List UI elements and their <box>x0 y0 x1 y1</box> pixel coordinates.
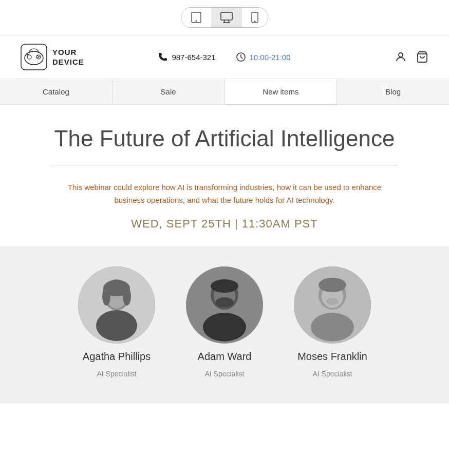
speaker-name-moses: Moses Franklin <box>297 351 367 363</box>
speaker-avatar-moses <box>294 266 371 344</box>
svg-point-33 <box>215 297 234 308</box>
hours-contact: 10:00-21:00 <box>236 52 291 62</box>
speakers-section: Agatha Phillips AI Specialist Adam Ward … <box>0 246 449 404</box>
speaker-role-adam: AI Specialist <box>204 370 244 378</box>
svg-point-7 <box>254 21 255 22</box>
business-hours: 10:00-21:00 <box>250 53 291 62</box>
svg-point-27 <box>123 287 131 306</box>
speaker-name-agatha: Agatha Phillips <box>83 351 151 363</box>
device-bar <box>0 0 449 35</box>
speaker-role-agatha: AI Specialist <box>97 370 136 378</box>
svg-point-14 <box>37 55 38 56</box>
svg-point-40 <box>326 298 339 305</box>
account-button[interactable] <box>395 51 407 63</box>
svg-point-10 <box>27 55 31 59</box>
svg-point-26 <box>102 287 110 306</box>
svg-point-42 <box>311 313 354 341</box>
svg-point-16 <box>38 57 39 58</box>
tablet-view-button[interactable] <box>181 8 211 27</box>
phone-contact: 987-654-321 <box>158 52 215 62</box>
logo-text: YOUR DEVICE <box>52 47 84 67</box>
speaker-avatar-agatha <box>78 266 155 344</box>
header-center: 987-654-321 10:00-21:00 <box>123 52 327 62</box>
nav-sale[interactable]: Sale <box>113 79 225 104</box>
svg-rect-2 <box>221 12 232 20</box>
cart-button[interactable] <box>416 51 428 63</box>
svg-point-28 <box>96 310 137 341</box>
phone-icon <box>158 52 167 62</box>
main-nav: Catalog Sale New items Blog <box>0 79 449 105</box>
user-icon <box>395 51 407 63</box>
nav-new-items[interactable]: New items <box>225 79 338 104</box>
svg-point-35 <box>203 313 246 341</box>
cart-icon <box>416 51 428 63</box>
svg-point-1 <box>196 21 197 22</box>
header-actions <box>327 51 429 63</box>
logo-icon <box>21 44 47 70</box>
nav-blog[interactable]: Blog <box>337 79 449 104</box>
speaker-agatha: Agatha Phillips AI Specialist <box>78 266 155 378</box>
nav-catalog[interactable]: Catalog <box>0 79 113 104</box>
main-content: The Future of Artificial Intelligence Th… <box>0 105 449 231</box>
speaker-moses: Moses Franklin AI Specialist <box>294 266 371 378</box>
phone-number: 987-654-321 <box>172 53 215 62</box>
page-title: The Future of Artificial Intelligence <box>31 125 418 153</box>
speaker-role-moses: AI Specialist <box>312 370 352 378</box>
clock-icon <box>236 52 246 62</box>
mobile-view-button[interactable] <box>242 8 268 27</box>
device-selector <box>181 7 268 28</box>
svg-point-34 <box>211 279 238 293</box>
svg-point-20 <box>399 53 403 57</box>
speaker-adam: Adam Ward AI Specialist <box>186 266 263 378</box>
title-divider <box>51 165 398 165</box>
speaker-avatar-adam <box>186 266 263 344</box>
svg-point-41 <box>319 278 346 292</box>
desktop-view-button[interactable] <box>211 8 242 27</box>
header: YOUR DEVICE 987-654-321 10:00-21:00 <box>0 35 449 79</box>
logo-area: YOUR DEVICE <box>21 44 123 70</box>
svg-point-15 <box>39 56 40 57</box>
event-description: This webinar could explore how AI is tra… <box>60 181 389 207</box>
speaker-name-adam: Adam Ward <box>198 351 252 363</box>
event-date: WED, SEPT 25TH | 11:30AM PST <box>31 217 418 231</box>
